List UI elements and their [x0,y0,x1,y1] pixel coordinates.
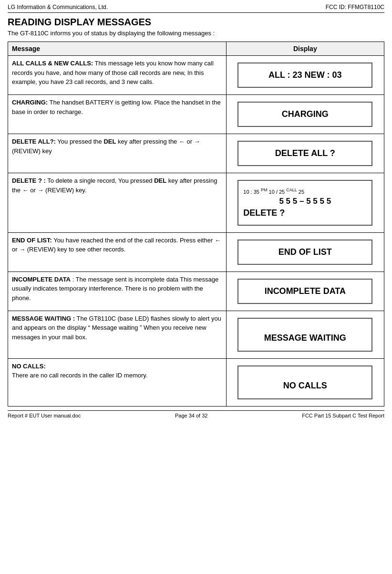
table-row: CHARGING: The handset BATTERY is getting… [8,95,384,134]
col-header-display: Display [226,42,384,56]
incomplete-text: INCOMPLETE DATA : The message sent is in… [8,271,227,311]
display-text-charging: CHARGING [282,109,329,119]
end-of-list-title: END OF LIST: [12,237,52,244]
table-row: DELETE ALL?: You pressed the DEL key aft… [8,134,384,173]
header-right: FCC ID: FFMGT8110C [326,4,384,10]
delete-display-line2: 5 5 5 – 5 5 5 5 [243,197,367,206]
display-box-delete-all: DELETE ALL ? [237,141,372,166]
page-footer: Report # EUT User manual.doc Page 34 of … [8,410,384,418]
header-left: LG Information & Communications, Ltd. [8,4,108,10]
footer-center: Page 34 of 32 [175,413,208,418]
all-calls-text: ALL CALLS & NEW CALLS: This message lets… [8,56,227,95]
end-of-list-text: END OF LIST: You have reached the end of… [8,232,227,271]
col-header-message: Message [8,42,227,56]
display-text-incomplete: INCOMPLETE DATA [265,286,346,296]
delete-text: DELETE ? : To delete a single record, Yo… [8,173,227,233]
message-waiting-display: MESSAGE WAITING [226,311,384,358]
delete-all-title: DELETE ALL?: [12,138,56,145]
no-calls-title: NO CALLS: [12,363,46,370]
delete-display-line1: 10 : 35 PM 10 / 25 CALL 25 [243,188,367,195]
table-row: END OF LIST: You have reached the end of… [8,232,384,271]
end-of-list-display: END OF LIST [226,232,384,271]
table-row: MESSAGE WAITING : The GT8110C (base LED)… [8,311,384,358]
display-box-all-calls: ALL : 23 NEW : 03 [237,63,372,88]
charging-text: CHARGING: The handset BATTERY is getting… [8,95,227,134]
message-waiting-title: MESSAGE WAITING : [12,315,75,322]
incomplete-display: INCOMPLETE DATA [226,271,384,311]
delete-title: DELETE ? : [12,177,46,184]
display-box-no-calls: NO CALLS [237,365,372,399]
table-header-row: Message Display [8,42,384,56]
table-row: NO CALLS: There are no call records in t… [8,358,384,406]
table-row: DELETE ? : To delete a single record, Yo… [8,173,384,233]
display-box-charging: CHARGING [237,102,372,127]
page-title: READING DISPLAY MESSAGES [8,17,384,28]
footer-left: Report # EUT User manual.doc [8,413,81,418]
display-box-incomplete: INCOMPLETE DATA [237,279,372,304]
delete-all-display: DELETE ALL ? [226,134,384,173]
no-calls-text: NO CALLS: There are no call records in t… [8,358,227,406]
display-box-delete: 10 : 35 PM 10 / 25 CALL 25 5 5 5 – 5 5 5… [237,180,372,226]
main-table: Message Display ALL CALLS & NEW CALLS: T… [8,42,384,407]
all-calls-display: ALL : 23 NEW : 03 [226,56,384,95]
page-header: LG Information & Communications, Ltd. FC… [8,4,384,13]
no-calls-display: NO CALLS [226,358,384,406]
delete-all-text: DELETE ALL?: You pressed the DEL key aft… [8,134,227,173]
delete-display: 10 : 35 PM 10 / 25 CALL 25 5 5 5 – 5 5 5… [226,173,384,233]
page-subtitle: The GT-8110C informs you of status by di… [8,30,384,37]
display-text-end-of-list: END OF LIST [279,247,332,257]
display-text-no-calls: NO CALLS [283,381,327,390]
incomplete-title: INCOMPLETE DATA [12,276,71,283]
table-row: INCOMPLETE DATA : The message sent is in… [8,271,384,311]
display-box-end-of-list: END OF LIST [237,240,372,265]
message-waiting-text: MESSAGE WAITING : The GT8110C (base LED)… [8,311,227,358]
charging-title: CHARGING: [12,99,48,106]
display-text-all-calls: ALL : 23 NEW : 03 [268,70,342,80]
charging-display: CHARGING [226,95,384,134]
display-text-delete-all: DELETE ALL ? [275,148,335,158]
table-row: ALL CALLS & NEW CALLS: This message lets… [8,56,384,95]
footer-right: FCC Part 15 Subpart C Test Report [302,413,384,418]
display-text-message-waiting: MESSAGE WAITING [264,333,346,343]
delete-display-line3: DELETE ? [243,208,367,218]
all-calls-title: ALL CALLS & NEW CALLS: [12,60,93,67]
display-box-message-waiting: MESSAGE WAITING [237,318,372,352]
